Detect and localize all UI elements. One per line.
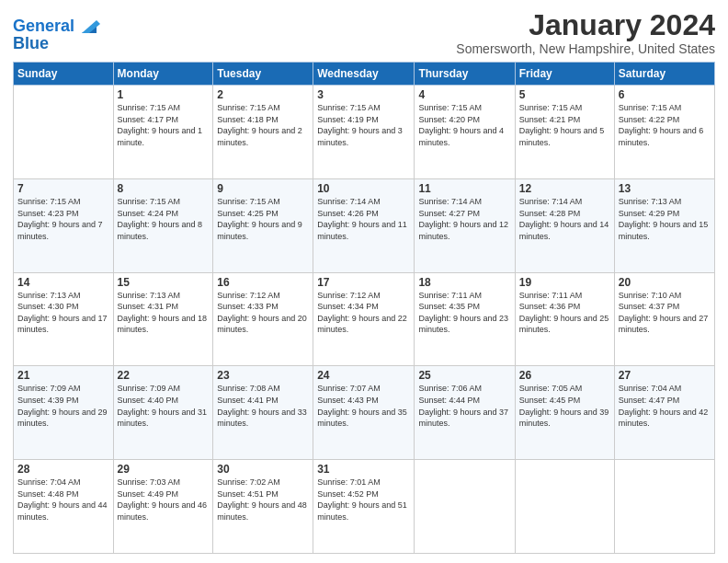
sunset-text: Sunset: 4:17 PM (118, 114, 210, 126)
daylight-text: Daylight: 9 hours and 7 minutes. (17, 219, 109, 242)
header-friday: Friday (515, 63, 614, 86)
sunset-text: Sunset: 4:49 PM (118, 488, 210, 500)
table-cell: 3 Sunrise: 7:15 AM Sunset: 4:19 PM Dayli… (313, 86, 415, 179)
daylight-text: Daylight: 9 hours and 48 minutes. (217, 500, 309, 523)
sunset-text: Sunset: 4:48 PM (17, 488, 109, 500)
table-cell: 14 Sunrise: 7:13 AM Sunset: 4:30 PM Dayl… (14, 272, 114, 366)
day-info: Sunrise: 7:15 AM Sunset: 4:24 PM Dayligh… (118, 196, 210, 242)
header-tuesday: Tuesday (213, 63, 313, 86)
sunset-text: Sunset: 4:40 PM (118, 395, 210, 407)
table-cell: 13 Sunrise: 7:13 AM Sunset: 4:29 PM Dayl… (614, 178, 714, 272)
week-row-4: 21 Sunrise: 7:09 AM Sunset: 4:39 PM Dayl… (14, 366, 715, 460)
day-number: 16 (217, 276, 309, 289)
table-cell: 28 Sunrise: 7:04 AM Sunset: 4:48 PM Dayl… (14, 460, 114, 554)
sunrise-text: Sunrise: 7:14 AM (519, 196, 610, 208)
sunset-text: Sunset: 4:20 PM (418, 114, 510, 126)
sunset-text: Sunset: 4:29 PM (619, 208, 711, 220)
sunrise-text: Sunrise: 7:10 AM (619, 290, 711, 302)
sunset-text: Sunset: 4:47 PM (619, 395, 711, 407)
daylight-text: Daylight: 9 hours and 14 minutes. (519, 219, 610, 242)
sunset-text: Sunset: 4:45 PM (519, 395, 610, 407)
day-number: 31 (317, 463, 410, 476)
daylight-text: Daylight: 9 hours and 33 minutes. (217, 407, 309, 430)
daylight-text: Daylight: 9 hours and 6 minutes. (619, 125, 711, 148)
day-info: Sunrise: 7:14 AM Sunset: 4:28 PM Dayligh… (519, 196, 610, 242)
daylight-text: Daylight: 9 hours and 5 minutes. (519, 125, 610, 148)
table-cell: 24 Sunrise: 7:07 AM Sunset: 4:43 PM Dayl… (313, 366, 415, 460)
daylight-text: Daylight: 9 hours and 17 minutes. (17, 313, 109, 336)
sunrise-text: Sunrise: 7:11 AM (418, 290, 510, 302)
sunset-text: Sunset: 4:41 PM (217, 395, 309, 407)
sunset-text: Sunset: 4:36 PM (519, 301, 610, 313)
day-info: Sunrise: 7:13 AM Sunset: 4:31 PM Dayligh… (118, 290, 210, 336)
table-cell: 2 Sunrise: 7:15 AM Sunset: 4:18 PM Dayli… (213, 86, 313, 179)
day-number: 28 (17, 463, 109, 476)
daylight-text: Daylight: 9 hours and 18 minutes. (118, 313, 210, 336)
daylight-text: Daylight: 9 hours and 9 minutes. (217, 219, 309, 242)
day-info: Sunrise: 7:11 AM Sunset: 4:35 PM Dayligh… (418, 290, 510, 336)
table-cell: 7 Sunrise: 7:15 AM Sunset: 4:23 PM Dayli… (14, 178, 114, 272)
day-number: 9 (217, 182, 309, 195)
daylight-text: Daylight: 9 hours and 11 minutes. (317, 219, 410, 242)
day-info: Sunrise: 7:15 AM Sunset: 4:18 PM Dayligh… (217, 102, 309, 148)
sunrise-text: Sunrise: 7:09 AM (118, 383, 210, 395)
day-info: Sunrise: 7:15 AM Sunset: 4:25 PM Dayligh… (217, 196, 309, 242)
day-info: Sunrise: 7:01 AM Sunset: 4:52 PM Dayligh… (317, 477, 410, 523)
table-cell: 21 Sunrise: 7:09 AM Sunset: 4:39 PM Dayl… (14, 366, 114, 460)
day-number: 19 (519, 276, 610, 289)
calendar-subtitle: Somersworth, New Hampshire, United State… (456, 41, 715, 56)
calendar-table: Sunday Monday Tuesday Wednesday Thursday… (13, 62, 715, 554)
sunset-text: Sunset: 4:43 PM (317, 395, 410, 407)
header-sunday: Sunday (14, 63, 114, 86)
sunrise-text: Sunrise: 7:01 AM (317, 477, 410, 488)
daylight-text: Daylight: 9 hours and 12 minutes. (418, 219, 510, 242)
day-number: 10 (317, 182, 410, 195)
table-cell: 26 Sunrise: 7:05 AM Sunset: 4:45 PM Dayl… (515, 366, 614, 460)
table-cell: 20 Sunrise: 7:10 AM Sunset: 4:37 PM Dayl… (614, 272, 714, 366)
sunset-text: Sunset: 4:24 PM (118, 208, 210, 220)
daylight-text: Daylight: 9 hours and 3 minutes. (317, 125, 410, 148)
svg-marker-1 (82, 20, 100, 33)
header: General Blue January 2024 Somersworth, N… (13, 9, 715, 56)
sunset-text: Sunset: 4:39 PM (17, 395, 109, 407)
table-cell (515, 460, 614, 554)
sunrise-text: Sunrise: 7:04 AM (619, 383, 711, 395)
day-number: 25 (418, 369, 510, 382)
table-cell (14, 86, 114, 179)
day-info: Sunrise: 7:03 AM Sunset: 4:49 PM Dayligh… (118, 477, 210, 523)
table-cell: 8 Sunrise: 7:15 AM Sunset: 4:24 PM Dayli… (113, 178, 213, 272)
sunrise-text: Sunrise: 7:09 AM (17, 383, 109, 395)
day-info: Sunrise: 7:05 AM Sunset: 4:45 PM Dayligh… (519, 383, 610, 429)
calendar-title: January 2024 (456, 9, 715, 41)
daylight-text: Daylight: 9 hours and 25 minutes. (519, 313, 610, 336)
sunset-text: Sunset: 4:25 PM (217, 208, 309, 220)
header-wednesday: Wednesday (313, 63, 415, 86)
day-number: 3 (317, 88, 410, 101)
sunset-text: Sunset: 4:28 PM (519, 208, 610, 220)
day-number: 29 (118, 463, 210, 476)
daylight-text: Daylight: 9 hours and 8 minutes. (118, 219, 210, 242)
title-block: January 2024 Somersworth, New Hampshire,… (456, 9, 715, 56)
table-cell: 18 Sunrise: 7:11 AM Sunset: 4:35 PM Dayl… (415, 272, 515, 366)
daylight-text: Daylight: 9 hours and 39 minutes. (519, 407, 610, 430)
header-monday: Monday (113, 63, 213, 86)
sunset-text: Sunset: 4:31 PM (118, 301, 210, 313)
day-number: 8 (118, 182, 210, 195)
weekday-header-row: Sunday Monday Tuesday Wednesday Thursday… (14, 63, 715, 86)
daylight-text: Daylight: 9 hours and 2 minutes. (217, 125, 309, 148)
sunset-text: Sunset: 4:30 PM (17, 301, 109, 313)
sunrise-text: Sunrise: 7:15 AM (118, 102, 210, 114)
week-row-5: 28 Sunrise: 7:04 AM Sunset: 4:48 PM Dayl… (14, 460, 715, 554)
daylight-text: Daylight: 9 hours and 20 minutes. (217, 313, 309, 336)
table-cell: 6 Sunrise: 7:15 AM Sunset: 4:22 PM Dayli… (614, 86, 714, 179)
sunset-text: Sunset: 4:21 PM (519, 114, 610, 126)
daylight-text: Daylight: 9 hours and 4 minutes. (418, 125, 510, 148)
sunrise-text: Sunrise: 7:05 AM (519, 383, 610, 395)
table-cell: 11 Sunrise: 7:14 AM Sunset: 4:27 PM Dayl… (415, 178, 515, 272)
day-info: Sunrise: 7:04 AM Sunset: 4:47 PM Dayligh… (619, 383, 711, 429)
day-number: 15 (118, 276, 210, 289)
sunrise-text: Sunrise: 7:15 AM (418, 102, 510, 114)
table-cell: 23 Sunrise: 7:08 AM Sunset: 4:41 PM Dayl… (213, 366, 313, 460)
day-number: 1 (118, 88, 210, 101)
day-info: Sunrise: 7:08 AM Sunset: 4:41 PM Dayligh… (217, 383, 309, 429)
